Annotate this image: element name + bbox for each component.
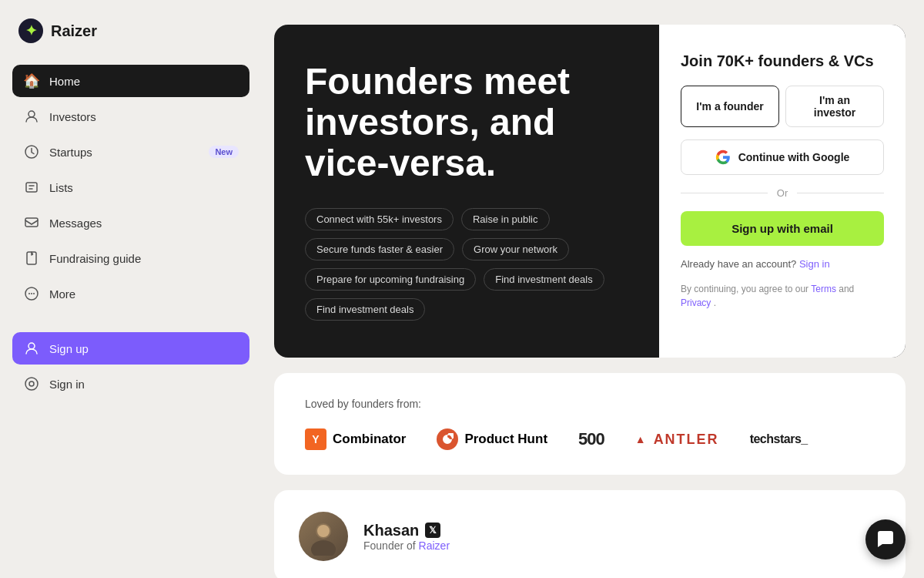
investors-icon [23,108,40,125]
email-signup-btn[interactable]: Sign up with email [681,211,884,246]
home-icon: 🏠 [23,72,40,89]
hero-card: Founders meet investors, and vice-versa.… [274,25,906,358]
svg-point-13 [317,525,330,537]
ph-text: Product Hunt [464,432,547,447]
logos-card: Loved by founders from: Y Combinator Pro… [274,373,906,475]
fundraising-icon [23,250,40,267]
join-title: Join 70K+ founders & VCs [681,52,884,70]
tag-prepare: Prepare for upcoming fundraising [305,268,476,291]
tag-raise: Raise in public [461,208,550,230]
testimonial-name-text: Khasan [363,522,419,539]
signup-icon [23,340,40,357]
logos-row: Y Combinator Product Hunt 500 ▲ ANTLER t… [305,428,875,450]
startups-icon [23,143,40,160]
tag-network: Grow your network [462,238,569,260]
logo-icon: ✦ [18,18,43,43]
lists-icon [23,179,40,196]
logo-area: ✦ Raizer [12,18,249,43]
tag-find2: Find investment deals [305,298,425,321]
ph-icon [437,428,458,450]
sidebar-item-home[interactable]: 🏠 Home [12,65,249,97]
main-content: Founders meet investors, and vice-versa.… [262,0,924,578]
sidebar-item-lists-label: Lists [49,181,73,194]
hero-right: Join 70K+ founders & VCs I'm a founder I… [659,25,906,358]
more-icon [23,285,40,302]
startups-badge: New [209,146,239,158]
signin-icon [23,375,40,392]
sidebar-item-fundraising-label: Fundraising guide [49,252,141,265]
logos-title: Loved by founders from: [305,398,875,410]
terms-link[interactable]: Terms [811,284,836,294]
hero-title: Founders meet investors, and vice-versa. [305,62,628,183]
privacy-link[interactable]: Privacy [681,297,711,308]
sidebar-item-investors-label: Investors [49,110,96,123]
avatar [299,512,348,561]
yc-text: Combinator [333,432,406,447]
antler-logo: ▲ ANTLER [635,432,719,448]
testimonial-role: Founder of Raizer [363,539,450,552]
svg-rect-2 [26,183,37,192]
role-buttons: I'm a founder I'm an investor [681,86,884,127]
chat-button[interactable] [865,519,906,560]
sidebar: ✦ Raizer 🏠 Home Investors Startups New L… [0,0,262,578]
sidebar-item-lists[interactable]: Lists [12,171,249,203]
svg-point-10 [29,381,34,386]
techstars-logo: techstars_ [750,432,808,446]
signup-label: Sign up [49,342,89,355]
500-logo: 500 [578,429,604,449]
signin-label: Sign in [49,378,85,391]
antler-text: ANTLER [654,432,719,448]
or-divider: Or [681,187,884,199]
tag-find1: Find investment deals [484,268,604,291]
sidebar-item-messages[interactable]: Messages [12,207,249,239]
testimonial-card: Khasan 𝕏 Founder of Raizer [274,490,906,578]
svg-point-7 [33,293,35,294]
sidebar-item-more-label: More [49,287,75,301]
google-btn-label: Continue with Google [738,151,850,163]
svg-point-9 [25,378,38,390]
svg-point-12 [311,540,336,556]
sidebar-item-more[interactable]: More [12,277,249,310]
sidebar-item-startups[interactable]: Startups New [12,136,249,168]
testimonial-company-link[interactable]: Raizer [419,539,450,552]
twitter-icon: 𝕏 [425,523,440,538]
terms-text: By continuing, you agree to our Terms an… [681,282,884,310]
hero-left: Founders meet investors, and vice-versa.… [274,25,659,358]
testimonial-name-row: Khasan 𝕏 [363,522,450,539]
or-text: Or [777,187,788,199]
yc-icon: Y [305,428,326,450]
investor-btn[interactable]: I'm an investor [785,86,884,127]
sidebar-item-home-label: Home [49,75,80,88]
signin-link[interactable]: Sign in [799,258,830,270]
tag-connect: Connect with 55k+ investors [305,208,454,230]
google-icon [715,150,731,165]
sidebar-item-investors[interactable]: Investors [12,100,249,133]
sidebar-item-startups-label: Startups [49,146,92,159]
hero-tags: Connect with 55k+ investors Raise in pub… [305,208,628,321]
svg-point-5 [28,293,30,294]
logo-text: Raizer [51,22,97,40]
antler-icon: ▲ [635,433,648,445]
google-signin-btn[interactable]: Continue with Google [681,139,884,175]
500-text: 500 [578,429,604,449]
sidebar-item-signup[interactable]: Sign up [12,332,249,365]
founder-btn[interactable]: I'm a founder [681,86,779,127]
messages-icon [23,214,40,231]
sidebar-item-fundraising-guide[interactable]: Fundraising guide [12,242,249,274]
already-account-text: Already have an account? Sign in [681,258,884,270]
svg-point-6 [31,293,32,294]
ph-logo: Product Hunt [437,428,547,450]
sidebar-item-signin[interactable]: Sign in [12,368,249,400]
testimonial-info: Khasan 𝕏 Founder of Raizer [363,522,450,552]
yc-logo: Y Combinator [305,428,406,450]
svg-rect-3 [25,218,38,227]
tag-secure: Secure funds faster & easier [305,238,454,260]
svg-point-8 [28,343,35,349]
techstars-text: techstars_ [750,432,808,446]
sidebar-item-messages-label: Messages [49,217,102,230]
svg-point-0 [28,111,35,117]
